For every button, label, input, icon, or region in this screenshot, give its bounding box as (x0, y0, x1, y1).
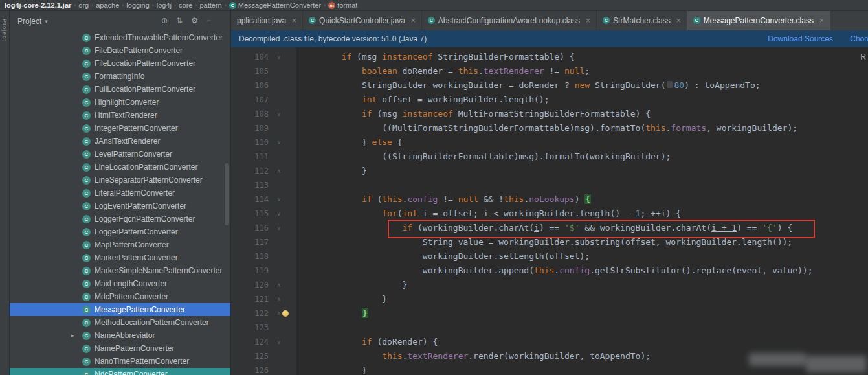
breadcrumb-item[interactable]: log4j (155, 1, 173, 9)
tree-item[interactable]: CHtmlTextRenderer (10, 109, 230, 122)
fold-gutter[interactable]: ∨ (274, 54, 296, 60)
line-number[interactable]: 124 (231, 337, 274, 347)
close-icon[interactable]: × (586, 16, 590, 25)
fold-up-icon[interactable]: ∧ (277, 296, 280, 302)
tree-item[interactable]: CLoggerFqcnPatternConverter (10, 212, 230, 225)
close-icon[interactable]: × (292, 16, 296, 25)
fold-down-icon[interactable]: ∨ (277, 225, 280, 231)
line-number[interactable]: 110 (231, 138, 274, 147)
line-number[interactable]: 112 (231, 166, 274, 176)
tree-item[interactable]: CNamePatternConverter (10, 342, 230, 355)
line-number[interactable]: 117 (231, 238, 274, 247)
line-number[interactable]: 125 (231, 352, 274, 361)
project-view-selector[interactable]: Project (17, 17, 41, 26)
tree-item[interactable]: CMapPatternConverter (10, 238, 230, 251)
collapse-all-icon[interactable]: ⇅ (176, 11, 183, 31)
line-number[interactable]: 120 (231, 280, 274, 290)
line-number[interactable]: 107 (231, 95, 274, 104)
fold-down-icon[interactable]: ∨ (277, 339, 280, 345)
tree-item[interactable]: CMaxLengthConverter (10, 277, 230, 290)
fold-gutter[interactable]: ∧ (274, 282, 296, 288)
line-number[interactable]: 116 (231, 223, 274, 233)
fold-gutter[interactable]: ∨ (274, 225, 296, 231)
tree-item[interactable]: ▸CNameAbbreviator (10, 329, 230, 342)
settings-gear-icon[interactable]: ⚙ (191, 11, 198, 31)
line-number[interactable]: 114 (231, 195, 274, 204)
tree-scrollbar[interactable] (225, 163, 229, 225)
fold-down-icon[interactable]: ∨ (277, 139, 280, 146)
tree-item[interactable]: CFormattingInfo (10, 70, 230, 83)
line-number[interactable]: 113 (231, 181, 274, 190)
tree-item[interactable]: CNdcPatternConverter (10, 368, 230, 375)
breadcrumb-item[interactable]: logging (124, 1, 151, 9)
editor-tab[interactable]: CQuickStartController.java× (303, 11, 422, 30)
fold-gutter[interactable]: ∨ (274, 111, 296, 117)
breadcrumb-item[interactable]: org (76, 1, 91, 9)
breadcrumb-item[interactable]: core (177, 1, 194, 9)
fold-gutter[interactable]: ∨ (274, 196, 296, 203)
breadcrumb-item[interactable]: log4j-core-2.12.1.jar (3, 1, 73, 9)
editor-tab[interactable]: CStrMatcher.class× (597, 11, 687, 30)
line-number[interactable]: 109 (231, 124, 274, 133)
line-number[interactable]: 118 (231, 252, 274, 261)
fold-up-icon[interactable]: ∧ (277, 310, 280, 317)
tree-item[interactable]: CMdcPatternConverter (10, 290, 230, 303)
tree-item[interactable]: CLoggerPatternConverter (10, 225, 230, 238)
tree-item[interactable]: CLogEventPatternConverter (10, 199, 230, 212)
tree-item[interactable]: CJAnsiTextRenderer (10, 135, 230, 148)
fold-down-icon[interactable]: ∨ (277, 196, 280, 203)
fold-gutter[interactable]: ∨ (274, 210, 296, 217)
lightbulb-icon[interactable] (282, 310, 289, 317)
line-number[interactable]: 108 (231, 109, 274, 119)
editor-tab[interactable]: pplication.java× (231, 11, 303, 30)
close-icon[interactable]: × (676, 16, 681, 25)
tree-item[interactable]: CExtendedThrowablePatternConverter (10, 31, 230, 44)
editor-tab[interactable]: CMessagePatternConverter.class× (687, 11, 830, 30)
locate-file-icon[interactable]: ⊕ (161, 11, 168, 31)
tree-item[interactable]: CHighlightConverter (10, 96, 230, 109)
intention-gutter[interactable]: ∧ (274, 310, 296, 317)
fold-down-icon[interactable]: ∨ (277, 54, 280, 60)
breadcrumb-item[interactable]: pattern (197, 1, 223, 9)
line-number[interactable]: 105 (231, 67, 274, 76)
tree-item[interactable]: CLineLocationPatternConverter (10, 161, 230, 174)
line-number[interactable]: 111 (231, 152, 274, 161)
line-number[interactable]: 115 (231, 209, 274, 218)
tree-item[interactable]: CNanoTimePatternConverter (10, 355, 230, 368)
tree-item[interactable]: CLiteralPatternConverter (10, 187, 230, 199)
fold-down-icon[interactable]: ∨ (277, 111, 280, 117)
fold-up-icon[interactable]: ∧ (277, 168, 280, 174)
line-number[interactable]: 122 (231, 309, 274, 318)
tree-item[interactable]: CFileDatePatternConverter (10, 44, 230, 57)
breadcrumb-item[interactable]: mformat (326, 1, 359, 9)
tree-item[interactable]: CFileLocationPatternConverter (10, 57, 230, 70)
line-number[interactable]: 106 (231, 81, 274, 90)
hide-panel-icon[interactable]: − (206, 11, 211, 31)
close-icon[interactable]: × (819, 16, 824, 25)
choose-sources-link[interactable]: Choose Sources (850, 34, 868, 43)
fold-gutter[interactable]: ∧ (274, 168, 296, 174)
line-number[interactable]: 126 (231, 366, 274, 375)
fold-gutter[interactable]: ∧ (274, 296, 296, 302)
close-icon[interactable]: × (411, 16, 416, 25)
fold-gutter[interactable]: ∨ (274, 339, 296, 345)
tree-item[interactable]: CMarkerSimpleNamePatternConverter (10, 264, 230, 277)
line-number[interactable]: 123 (231, 323, 274, 332)
tree-item[interactable]: CIntegerPatternConverter (10, 122, 230, 135)
line-number[interactable]: 119 (231, 266, 274, 275)
fold-gutter[interactable]: ∨ (274, 139, 296, 146)
tree-item[interactable]: CMessagePatternConverter (10, 303, 230, 316)
fold-up-icon[interactable]: ∧ (277, 282, 280, 288)
breadcrumb-item[interactable]: apache (94, 1, 121, 9)
chevron-right-icon[interactable]: ▸ (71, 332, 74, 339)
editor-tab[interactable]: CAbstractConfigurationAwareLookup.class× (422, 11, 597, 30)
code-editor[interactable]: 104∨ if (msg instanceof StringBuilderFor… (231, 47, 868, 375)
fold-down-icon[interactable]: ∨ (277, 210, 280, 217)
download-sources-link[interactable]: Download Sources (768, 34, 833, 43)
tree-item[interactable]: CFullLocationPatternConverter (10, 83, 230, 96)
line-number[interactable]: 121 (231, 295, 274, 304)
chevron-down-icon[interactable]: ▾ (45, 18, 48, 25)
tree-item[interactable]: CMarkerPatternConverter (10, 251, 230, 264)
project-tool-window-button[interactable]: Project (1, 19, 8, 41)
tree-item[interactable]: CLineSeparatorPatternConverter (10, 174, 230, 187)
